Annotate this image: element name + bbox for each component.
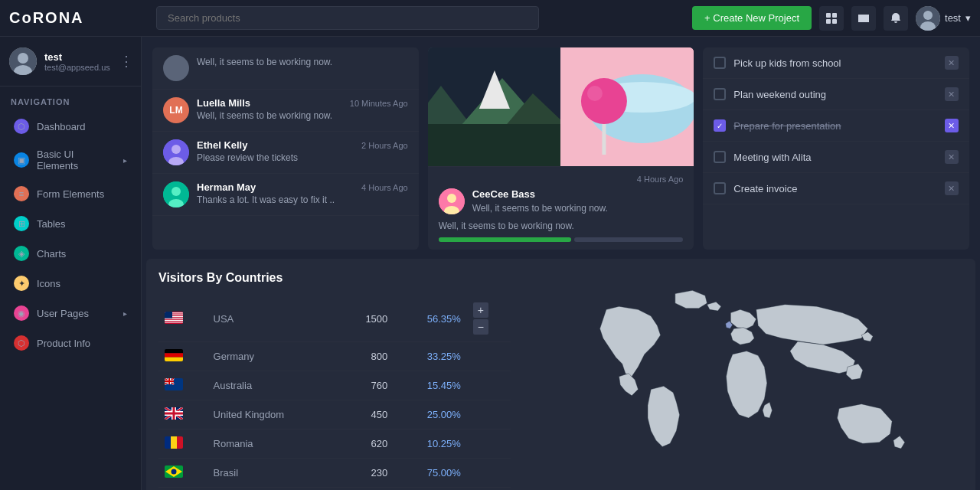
svg-point-8 xyxy=(18,53,28,64)
chat-reply-text: Well, it seems to be working now. xyxy=(439,220,684,231)
todo-close-4[interactable]: ✕ xyxy=(945,150,959,164)
header: CoRONA + Create New Project xyxy=(0,0,980,37)
sidebar-item-product-info[interactable]: ⬡ Product Info xyxy=(3,328,138,358)
tables-icon: ⊞ xyxy=(14,216,29,231)
flag-uk xyxy=(165,407,183,420)
flag-cell xyxy=(158,296,207,342)
svg-rect-38 xyxy=(165,312,172,318)
msg-time: 4 Hours Ago xyxy=(361,183,408,192)
sidebar-item-charts[interactable]: ◈ Charts xyxy=(3,239,138,268)
country-name: Australia xyxy=(207,371,339,400)
progress-fill xyxy=(439,237,572,242)
msg-avatar xyxy=(163,181,189,207)
todo-item: Create invoice ✕ xyxy=(703,173,969,204)
todo-item: Meeting with Alita ✕ xyxy=(703,142,969,173)
visitors-pct: 33.25% xyxy=(394,342,466,371)
todo-text-3: Prepare for presentation xyxy=(733,120,937,132)
sidebar-more-icon[interactable]: ⋮ xyxy=(119,53,133,70)
sidebar-item-tables[interactable]: ⊞ Tables xyxy=(3,209,138,238)
create-project-button[interactable]: + Create New Project xyxy=(692,6,812,30)
todo-text-2: Plan weekend outing xyxy=(733,89,937,100)
visitors-pct: 25.00% xyxy=(394,400,466,430)
country-name: Germany xyxy=(207,342,339,371)
visitors-pct: 15.45% xyxy=(394,371,466,400)
sidebar-item-label: Charts xyxy=(37,248,66,260)
sidebar-item-icons[interactable]: ✦ Icons xyxy=(3,269,138,298)
chat-avatar xyxy=(439,188,465,214)
visitors-count: 760 xyxy=(339,371,394,400)
msg-name: Herman May xyxy=(197,181,256,193)
country-name: Brasil xyxy=(207,459,339,488)
flag-cell xyxy=(158,430,207,459)
user-menu[interactable]: test ▾ xyxy=(916,6,971,31)
flag-usa xyxy=(165,312,183,324)
sidebar-item-form-elements[interactable]: ≡ Form Elements xyxy=(3,179,138,208)
progress-bar-container xyxy=(439,237,684,242)
world-map xyxy=(544,284,942,475)
icons-icon: ✦ xyxy=(14,276,29,291)
sidebar-user-email: test@appseed.us xyxy=(44,63,110,72)
grid-icon[interactable] xyxy=(819,6,844,31)
todo-text-5: Create invoice xyxy=(733,183,937,194)
sidebar-item-basic-ui[interactable]: ▣ Basic UI Elements ▸ xyxy=(3,142,138,178)
search-container xyxy=(156,6,539,30)
basic-ui-icon: ▣ xyxy=(14,152,29,168)
sidebar-item-dashboard[interactable]: ⬡ Dashboard xyxy=(3,112,138,141)
table-row: USA 1500 56.35% + − xyxy=(158,296,511,342)
photo-lollipop xyxy=(560,47,694,166)
sidebar-item-user-pages[interactable]: ◉ User Pages ▸ xyxy=(3,299,138,328)
flag-cell xyxy=(158,371,207,400)
world-map-container xyxy=(523,271,963,488)
zoom-out-button[interactable]: − xyxy=(473,319,488,335)
flag-cell xyxy=(158,342,207,371)
chat-message: Well, it seems to be working now. xyxy=(472,203,608,214)
svg-rect-2 xyxy=(826,19,831,24)
message-item: Well, it seems to be working now. xyxy=(152,47,419,90)
search-input[interactable] xyxy=(156,6,539,30)
svg-rect-37 xyxy=(165,322,183,322)
message-item: Herman May 4 Hours Ago Thanks a lot. It … xyxy=(152,174,419,216)
svg-rect-1 xyxy=(832,13,837,18)
chevron-down-icon: ▾ xyxy=(965,12,971,24)
top-grid: Well, it seems to be working now. LM Lue… xyxy=(142,37,980,254)
todo-close-1[interactable]: ✕ xyxy=(945,56,959,70)
msg-name: Ethel Kelly xyxy=(197,139,247,151)
visitors-table: USA 1500 56.35% + − xyxy=(158,296,511,488)
sidebar-user: test test@appseed.us ⋮ xyxy=(0,37,141,87)
mail-icon[interactable] xyxy=(851,6,876,31)
zoom-in-button[interactable]: + xyxy=(473,302,488,318)
todo-text-1: Pick up kids from school xyxy=(733,57,937,69)
svg-rect-50 xyxy=(165,381,174,382)
todo-panel: Pick up kids from school ✕ Plan weekend … xyxy=(703,47,969,250)
visitors-count: 1500 xyxy=(339,296,394,342)
header-username: test xyxy=(945,12,961,24)
svg-rect-3 xyxy=(832,19,837,24)
todo-item: Pick up kids from school ✕ xyxy=(703,47,969,79)
main-content: Well, it seems to be working now. LM Lue… xyxy=(142,37,980,490)
empty-cell xyxy=(467,400,511,430)
form-elements-icon: ≡ xyxy=(14,186,29,201)
todo-checkbox-2[interactable] xyxy=(714,88,726,100)
chat-user-info: CeeCee Bass Well, it seems to be working… xyxy=(472,188,608,214)
country-name: Romania xyxy=(207,430,339,459)
message-item: Ethel Kelly 2 Hours Ago Please review th… xyxy=(152,132,419,174)
msg-header: Herman May 4 Hours Ago xyxy=(197,181,408,193)
todo-checkbox-3[interactable] xyxy=(714,119,726,132)
sidebar-nav: ⬡ Dashboard ▣ Basic UI Elements ▸ ≡ Form… xyxy=(0,112,141,358)
msg-avatar xyxy=(163,139,189,165)
msg-body: Herman May 4 Hours Ago Thanks a lot. It … xyxy=(197,181,408,205)
todo-close-5[interactable]: ✕ xyxy=(945,181,959,195)
svg-point-25 xyxy=(581,78,627,124)
notification-icon[interactable] xyxy=(884,6,908,31)
todo-close-3[interactable]: ✕ xyxy=(945,119,959,132)
todo-checkbox-1[interactable] xyxy=(714,57,726,69)
msg-name: Luella Mills xyxy=(197,97,250,109)
svg-point-65 xyxy=(172,469,177,475)
todo-checkbox-4[interactable] xyxy=(714,151,726,163)
table-row: Australia 760 15.45% xyxy=(158,371,511,400)
todo-close-2[interactable]: ✕ xyxy=(945,87,959,101)
flag-brasil xyxy=(165,466,183,478)
sidebar: test test@appseed.us ⋮ Navigation ⬡ Dash… xyxy=(0,37,142,490)
sidebar-item-label: Tables xyxy=(37,218,66,230)
todo-checkbox-5[interactable] xyxy=(714,182,726,194)
